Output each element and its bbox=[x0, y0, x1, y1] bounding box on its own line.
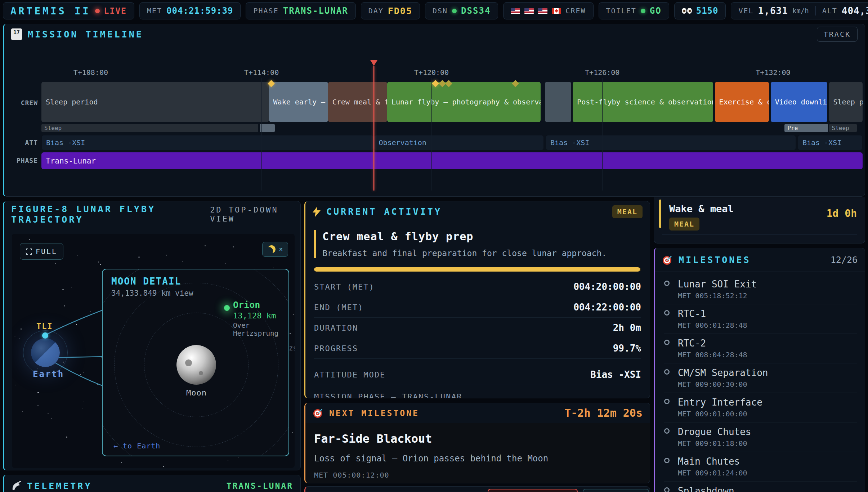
milestone-item[interactable]: RTC-2MET 008:04:28:48 bbox=[664, 334, 857, 363]
vel-unit: km/h bbox=[792, 7, 809, 15]
moon-detail-inset: MOON DETAIL 34,133.849 km view Orion 13,… bbox=[102, 269, 289, 456]
milestone-item[interactable]: CM/SM SeparationMET 009:00:30:00 bbox=[664, 363, 857, 393]
row-label-crew: CREW bbox=[4, 99, 38, 107]
moon-detail-scale: 34,133.849 km view bbox=[111, 289, 193, 298]
milestone-item[interactable]: RTC-1MET 006:01:28:48 bbox=[664, 304, 857, 334]
partial-red-button[interactable] bbox=[488, 489, 578, 492]
milestones-panel: MILESTONES 12/26 Lunar SOI ExitMET 005:1… bbox=[654, 248, 865, 492]
activity-header: CURRENT ACTIVITY MEAL bbox=[305, 201, 650, 222]
live-label: LIVE bbox=[104, 6, 127, 15]
milestone-circle-icon bbox=[664, 487, 670, 492]
milestone-item[interactable]: Drogue ChutesMET 009:01:18:00 bbox=[664, 422, 857, 452]
orion-marker[interactable] bbox=[224, 305, 230, 311]
moon-label: Moon bbox=[186, 388, 207, 397]
met-value: 004:21:59:39 bbox=[166, 6, 233, 16]
crew-activity-block-label: Video downlink bbox=[771, 98, 827, 106]
milestone-circle-icon bbox=[664, 310, 670, 316]
mission-phase-section: MISSION PHASE — TRANS-LUNAR 81.6% comple… bbox=[314, 392, 641, 398]
crew-activity-block[interactable]: Sleep p bbox=[829, 82, 863, 122]
telemetry-header: TELEMETRY TRANS-LUNAR bbox=[4, 475, 300, 492]
crew-activity-block[interactable]: Lunar flyby – photography & observat bbox=[387, 82, 541, 122]
crew-activity-block-label: Crew meal & fl bbox=[328, 98, 387, 106]
crew-activity-block[interactable]: Wake early – l bbox=[269, 82, 328, 122]
crew-sub-block[interactable]: Sleep bbox=[41, 124, 258, 132]
up-next-badge: MEAL bbox=[669, 218, 699, 231]
tli-label: TLI bbox=[36, 322, 53, 331]
milestone-item[interactable]: Splashdown bbox=[664, 482, 857, 492]
milestone-item-met: MET 006:01:28:48 bbox=[678, 321, 857, 330]
crew-activity-block[interactable]: Post-flyby science & observation bbox=[573, 82, 713, 122]
activity-description: Breakfast and final preparation for clos… bbox=[322, 249, 641, 258]
attitude-block-label: Bias -XSI bbox=[546, 138, 594, 147]
to-earth-label: ← to Earth bbox=[113, 442, 160, 450]
trajectory-map[interactable]: TLI Earth zs FULL × MOON DETAIL 34,133.8… bbox=[12, 234, 295, 468]
milestone-circle-icon bbox=[664, 399, 670, 404]
vel-label: VEL bbox=[738, 6, 753, 15]
crew-sub-block[interactable] bbox=[260, 124, 274, 132]
attitude-block-label: Bias -XSI bbox=[42, 138, 89, 147]
milestone-item-met: MET 009:01:18:00 bbox=[678, 439, 857, 448]
toilet-status: GO bbox=[650, 6, 662, 16]
vel-value: 1,631 bbox=[758, 5, 788, 16]
next-milestone-body: Far-Side Blackout Loss of signal — Orion… bbox=[305, 423, 650, 479]
crew-activity-block[interactable]: Video downlink bbox=[771, 82, 827, 122]
partial-teal-button[interactable] bbox=[583, 489, 649, 492]
activity-detail-row: END (MET)004:22:00:00 bbox=[314, 297, 641, 318]
activity-detail-row: PROGRESS99.7% bbox=[314, 338, 641, 359]
satellite-dish-icon bbox=[11, 481, 21, 491]
activity-title: CURRENT ACTIVITY bbox=[326, 206, 442, 217]
crew-activity-block[interactable]: Exercise & cre bbox=[715, 82, 769, 122]
earth-label: Earth bbox=[33, 369, 64, 379]
activity-name: Crew meal & flyby prep bbox=[322, 230, 641, 243]
watchers-chip: 5150 bbox=[674, 2, 726, 19]
crew-activity-block-label: Exercise & cre bbox=[715, 98, 769, 106]
milestone-circle-icon bbox=[664, 281, 670, 286]
attitude-block[interactable]: Bias -XSI bbox=[41, 135, 374, 150]
target-icon bbox=[313, 408, 323, 419]
milestone-description: Loss of signal — Orion passes behind the… bbox=[314, 453, 641, 464]
moon-view-toggle-button[interactable]: × bbox=[262, 242, 288, 257]
attitude-block[interactable]: Bias -XSI bbox=[546, 135, 796, 150]
next-milestone-header: NEXT MILESTONE T-2h 12m 20s bbox=[305, 403, 650, 423]
milestone-item-name: Main Chutes bbox=[678, 456, 857, 466]
crew-sub-block[interactable]: Sleep bbox=[829, 124, 857, 132]
milestone-circle-icon bbox=[664, 458, 670, 463]
met-chip: MET 004:21:59:39 bbox=[139, 2, 241, 19]
view-mode-label: 2D TOP-DOWN VIEW bbox=[210, 205, 293, 223]
activity-current: Crew meal & flyby prep Breakfast and fin… bbox=[314, 230, 641, 258]
up-next-card[interactable]: Wake & meal MEAL 1d 0h bbox=[654, 197, 865, 243]
detail-value: 2h 0m bbox=[613, 322, 641, 333]
live-dot-icon bbox=[95, 9, 100, 13]
milestone-item-name: RTC-1 bbox=[678, 309, 857, 319]
crew-chip: CREW bbox=[503, 2, 593, 19]
phase-block[interactable]: Trans-Lunar bbox=[41, 152, 863, 169]
divider bbox=[815, 6, 816, 15]
toilet-chip: TOILET GO bbox=[599, 2, 669, 19]
vel-alt-chip: VEL 1,631 km/h ALT 404,360 km bbox=[731, 2, 868, 19]
milestones-count: 12/26 bbox=[831, 255, 858, 265]
activity-detail-row: ATTITUDE MODEBias -XSI bbox=[314, 364, 641, 385]
crew-activity-block[interactable]: Sleep period bbox=[41, 82, 269, 122]
milestone-item-met: MET 009:01:00:00 bbox=[678, 410, 857, 418]
crew-activity-block-label: Sleep period bbox=[41, 98, 102, 106]
milestone-item-met: MET 005:18:52:12 bbox=[678, 291, 857, 300]
milestone-item[interactable]: Lunar SOI ExitMET 005:18:52:12 bbox=[664, 275, 857, 304]
timeline-tick-label: T+108:00 bbox=[73, 68, 108, 77]
milestones-list: Lunar SOI ExitMET 005:18:52:12RTC-1MET 0… bbox=[655, 272, 865, 492]
milestone-item[interactable]: Entry InterfaceMET 009:01:00:00 bbox=[664, 393, 857, 422]
attitude-block[interactable]: Bias -XSI bbox=[798, 135, 863, 150]
detail-value: 004:22:00:00 bbox=[573, 302, 641, 313]
crew-activity-block[interactable]: Crew meal & fl bbox=[328, 82, 387, 122]
crew-activity-block[interactable] bbox=[545, 82, 571, 122]
phase-label: PHASE bbox=[253, 6, 278, 15]
phase-value: TRANS-LUNAR bbox=[283, 6, 348, 16]
timeline-row-phase: Trans-Lunar bbox=[41, 152, 863, 169]
milestone-met: MET 005:00:12:00 bbox=[314, 471, 641, 479]
crew-sub-block[interactable]: Pre bbox=[784, 124, 828, 132]
timeline-tick-label: T+126:00 bbox=[585, 68, 619, 77]
flag-us-icon bbox=[524, 8, 534, 14]
milestone-item[interactable]: Main ChutesMET 009:01:24:00 bbox=[664, 452, 857, 482]
timeline-grid-line bbox=[431, 78, 432, 191]
fullscreen-button[interactable]: FULL bbox=[20, 243, 63, 260]
attitude-block[interactable]: Observation bbox=[374, 135, 544, 150]
